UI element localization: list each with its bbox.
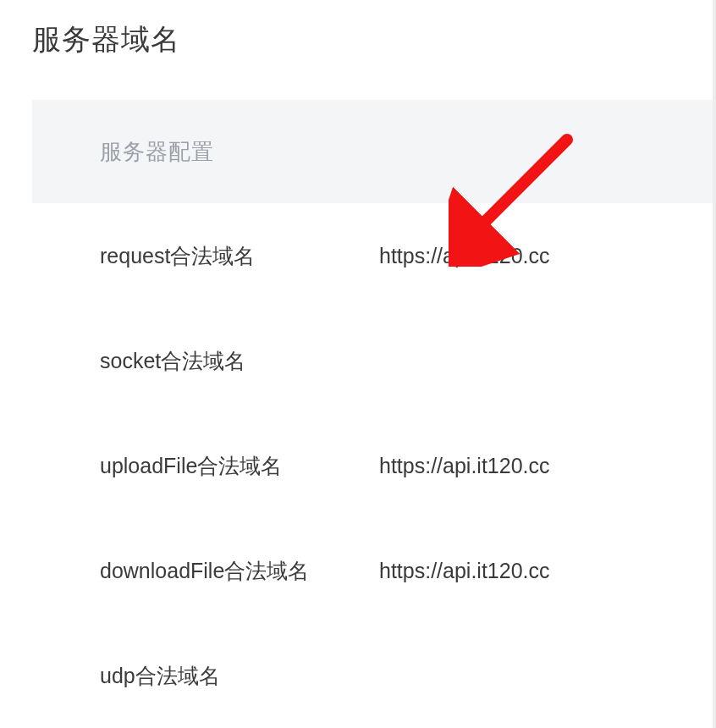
row-uploadfile-domain: uploadFile合法域名 https://api.it120.cc bbox=[100, 413, 716, 518]
row-label: socket合法域名 bbox=[100, 347, 379, 375]
row-label: uploadFile合法域名 bbox=[100, 452, 379, 480]
panel-header-label: 服务器配置 bbox=[100, 137, 214, 167]
page-root: 服务器域名 服务器配置 request合法域名 https://api.it12… bbox=[0, 0, 716, 728]
page-title: 服务器域名 bbox=[0, 0, 716, 59]
row-label: request合法域名 bbox=[100, 242, 379, 270]
panel-header: 服务器配置 bbox=[32, 100, 716, 203]
row-label: downloadFile合法域名 bbox=[100, 557, 379, 585]
row-socket-domain: socket合法域名 bbox=[100, 308, 716, 413]
row-value: https://api.it120.cc bbox=[379, 559, 550, 583]
row-request-domain: request合法域名 https://api.it120.cc bbox=[100, 203, 716, 308]
row-label: udp合法域名 bbox=[100, 662, 379, 690]
row-value: https://api.it120.cc bbox=[379, 454, 550, 478]
row-downloadfile-domain: downloadFile合法域名 https://api.it120.cc bbox=[100, 518, 716, 623]
panel-right-edge bbox=[713, 0, 716, 728]
config-rows: request合法域名 https://api.it120.cc socket合… bbox=[32, 203, 716, 728]
server-config-panel: 服务器配置 request合法域名 https://api.it120.cc s… bbox=[32, 100, 716, 728]
row-udp-domain: udp合法域名 bbox=[100, 623, 716, 728]
row-value: https://api.it120.cc bbox=[379, 244, 550, 268]
